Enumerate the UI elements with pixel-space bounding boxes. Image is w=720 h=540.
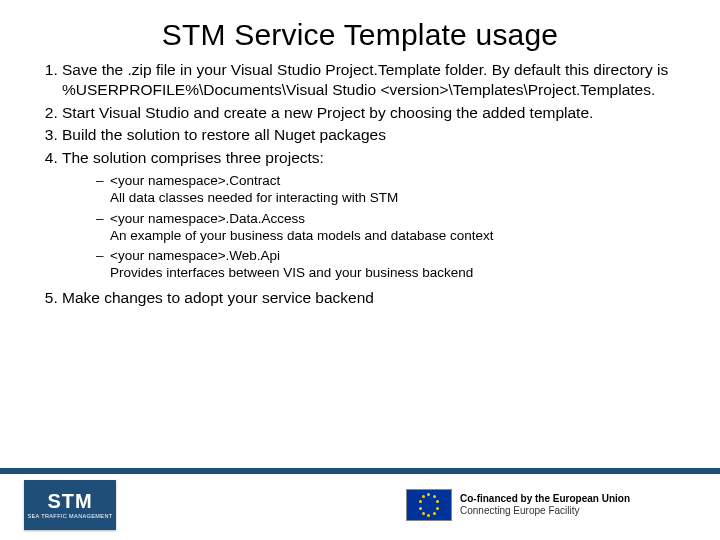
eu-text-line2: Connecting Europe Facility [460,505,630,517]
list-item: Start Visual Studio and create a new Pro… [62,103,680,123]
eu-text: Co-financed by the European Union Connec… [460,493,630,517]
numbered-list: Save the .zip file in your Visual Studio… [28,60,680,308]
list-item: Build the solution to restore all Nuget … [62,125,680,145]
stm-logo-text: STM [47,491,92,511]
slide-footer: STM SEA TRAFFIC MANAGEMENT [0,468,720,540]
sub-item-head: <your namespace>.Data.Access [110,211,305,226]
list-item: Save the .zip file in your Visual Studio… [62,60,680,100]
stm-logo: STM SEA TRAFFIC MANAGEMENT [24,480,116,530]
list-item: Make changes to adopt your service backe… [62,288,680,308]
sub-list: <your namespace>.Contract All data class… [62,172,680,282]
sub-item-desc: All data classes needed for interacting … [110,189,680,206]
slide-title: STM Service Template usage [0,0,720,60]
sub-list-item: <your namespace>.Contract All data class… [96,172,680,207]
stm-logo-subtext: SEA TRAFFIC MANAGEMENT [27,513,112,519]
list-item: The solution comprises three projects: <… [62,148,680,281]
eu-text-line1: Co-financed by the European Union [460,493,630,505]
sub-item-desc: An example of your business data models … [110,227,680,244]
eu-flag-icon [406,489,452,521]
eu-cofinance: Co-financed by the European Union Connec… [406,489,630,521]
sub-list-item: <your namespace>.Data.Access An example … [96,210,680,245]
sub-list-item: <your namespace>.Web.Api Provides interf… [96,247,680,282]
sub-item-head: <your namespace>.Web.Api [110,248,280,263]
list-item-text: The solution comprises three projects: [62,149,324,166]
sub-item-head: <your namespace>.Contract [110,173,280,188]
sub-item-desc: Provides interfaces between VIS and your… [110,264,680,281]
slide-body: Save the .zip file in your Visual Studio… [0,60,720,308]
